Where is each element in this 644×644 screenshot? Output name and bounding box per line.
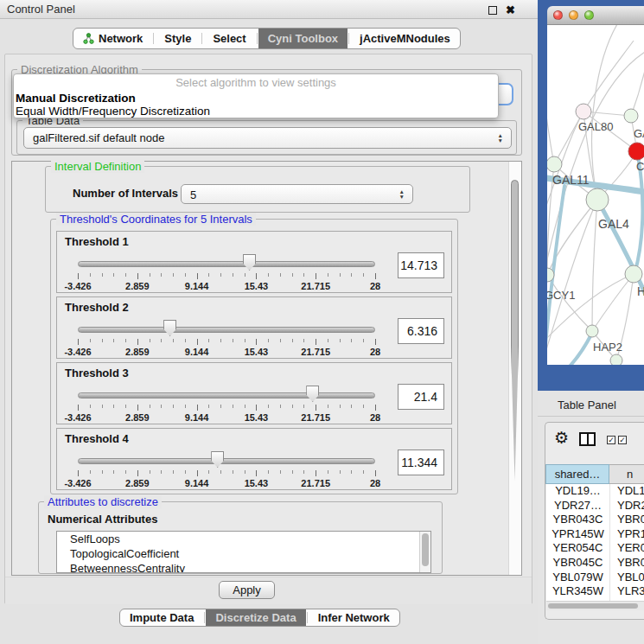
network-node[interactable] <box>576 104 591 119</box>
slider-track[interactable] <box>78 392 375 399</box>
table-cell-name[interactable]: YER054C <box>610 541 644 556</box>
table-cell-shared-name[interactable]: YDL19… <box>546 484 610 499</box>
tab-select[interactable]: Select <box>203 29 255 48</box>
column-header-name[interactable]: n <box>609 464 644 484</box>
minor-tick <box>173 273 174 277</box>
float-window-icon[interactable] <box>488 6 497 15</box>
tab-discretize-data[interactable]: Discretize Data <box>206 609 305 626</box>
slider-thumb[interactable] <box>211 451 224 468</box>
network-node[interactable] <box>624 109 638 123</box>
numerical-attributes-list[interactable]: SelfLoopsTopologicalCoefficientBetweenne… <box>56 531 431 573</box>
table-row[interactable]: YDL19…YDL19… <box>546 484 644 499</box>
threshold-slider[interactable]: -3.4262.8599.14415.4321.71528 <box>78 451 375 489</box>
attributes-scrollbar-thumb[interactable] <box>422 533 429 566</box>
minor-tick <box>173 405 174 408</box>
dropdown-option[interactable]: Manual Discretization <box>14 92 498 105</box>
algorithm-placeholder-option[interactable]: Select algorithm to view settings <box>14 74 498 92</box>
network-node[interactable] <box>628 143 644 160</box>
network-node[interactable] <box>586 188 609 211</box>
network-edge-thick[interactable] <box>547 333 592 365</box>
threshold-value-field[interactable]: 14.713 <box>398 252 444 278</box>
slider-track[interactable] <box>78 458 375 464</box>
table-row[interactable]: YER054CYER054C <box>546 541 644 556</box>
table-row[interactable]: YBR043CYBR043C <box>546 513 644 527</box>
table-cell-shared-name[interactable]: YPR145W <box>546 527 610 542</box>
threshold-slider[interactable]: -3.4262.8599.14415.4321.71528 <box>78 320 375 358</box>
table-cell-shared-name[interactable]: YBR045C <box>546 556 610 571</box>
threshold-value-field[interactable]: 11.344 <box>398 450 444 475</box>
slider-thumb[interactable] <box>306 386 319 402</box>
table-toolbar: ⚙ ✓ ✓ <box>545 423 644 464</box>
table-row[interactable]: YPR145WYPR145W <box>546 527 644 542</box>
vertical-scrollbar[interactable] <box>508 162 521 575</box>
network-edge[interactable] <box>583 41 634 112</box>
minor-tick <box>220 273 221 277</box>
attributes-scrollbar[interactable] <box>419 532 430 572</box>
checkbox-icon[interactable]: ✓ <box>618 436 627 444</box>
table-cell-name[interactable]: YBR045C <box>610 556 644 571</box>
network-node[interactable] <box>625 265 642 283</box>
tab-cyni-toolbox[interactable]: Cyni Toolbox <box>258 29 348 48</box>
close-icon[interactable]: ✖ <box>506 2 515 18</box>
table-cell-shared-name[interactable]: YBR043C <box>546 513 610 527</box>
dropdown-option[interactable]: Equal Width/Frequency Discretization <box>14 105 498 118</box>
tab-style[interactable]: Style <box>155 29 201 48</box>
tab-infer-network[interactable]: Infer Network <box>309 609 399 626</box>
table-cell-name[interactable]: YBR043C <box>610 513 644 527</box>
network-window-titlebar[interactable] <box>547 6 644 25</box>
table-row[interactable]: YBR045CYBR045C <box>546 556 644 571</box>
attribute-list-item[interactable]: BetweennessCentrality <box>57 561 430 573</box>
table-cell-shared-name[interactable]: YDR27… <box>546 499 610 513</box>
split-columns-icon[interactable] <box>579 432 596 446</box>
tab-impute-data[interactable]: Impute Data <box>120 609 203 626</box>
network-edge[interactable] <box>547 98 554 164</box>
network-node[interactable] <box>547 156 562 172</box>
threshold-value-field[interactable]: 6.316 <box>398 318 444 344</box>
horizontal-scrollbar-thumb[interactable] <box>548 603 638 609</box>
table-cell-name[interactable]: YLR345W <box>610 584 644 599</box>
horizontal-scrollbar[interactable] <box>546 601 644 610</box>
checkbox-icon[interactable]: ✓ <box>607 436 615 444</box>
mac-minimize-button[interactable] <box>569 10 578 20</box>
table-cell-name[interactable]: YDL19… <box>610 484 644 499</box>
table-cell-shared-name[interactable]: YLR345W <box>546 584 610 599</box>
vertical-scrollbar-thumb[interactable] <box>511 180 519 481</box>
minor-tick <box>173 339 174 342</box>
number-of-intervals-select[interactable]: 5 ▲▼ <box>181 184 413 204</box>
tab-network[interactable]: Network <box>73 29 152 48</box>
attribute-list-item[interactable]: TopologicalCoefficient <box>57 546 430 561</box>
attribute-list-item[interactable]: SelfLoops <box>57 532 430 546</box>
network-canvas[interactable]: GAL80GACGAL11GAL4GCY1HHAP2 <box>547 25 644 365</box>
minor-tick <box>150 273 150 277</box>
table-row[interactable]: YLR345WYLR345W <box>546 584 644 599</box>
table-row[interactable]: YBL079WYBL079W <box>546 571 644 585</box>
mac-zoom-button[interactable] <box>584 10 594 20</box>
network-node[interactable] <box>586 325 598 337</box>
table-cell-name[interactable]: YPR145W <box>610 527 644 542</box>
network-edge[interactable] <box>592 274 634 331</box>
slider-thumb[interactable] <box>243 254 256 271</box>
major-tick <box>256 470 257 476</box>
column-header-shared-name[interactable]: shared… <box>545 464 609 484</box>
slider-track[interactable] <box>78 261 375 267</box>
tab-jactivemnodules[interactable]: jActiveMNodules <box>350 29 460 48</box>
mac-close-button[interactable] <box>553 10 563 20</box>
table-cell-shared-name[interactable]: YER054C <box>546 541 610 556</box>
threshold-value-field[interactable]: 21.4 <box>398 384 444 410</box>
gear-icon[interactable]: ⚙ <box>554 429 569 448</box>
table-cell-shared-name[interactable]: YBL079W <box>546 571 610 585</box>
table-row[interactable]: YDR27…YDR27… <box>546 499 644 513</box>
network-edge[interactable] <box>592 200 597 331</box>
tick-label: 28 <box>356 281 394 291</box>
table-cell-name[interactable]: YBL079W <box>610 571 644 585</box>
major-tick <box>316 470 316 476</box>
slider-thumb[interactable] <box>163 320 176 336</box>
network-node[interactable] <box>610 354 622 365</box>
table-data-select[interactable]: galFiltered.sif default node ▲▼ <box>23 127 512 149</box>
threshold-slider[interactable]: -3.4262.8599.14415.4321.71528 <box>78 386 375 424</box>
slider-track[interactable] <box>78 327 375 333</box>
tab-separator <box>307 612 308 623</box>
table-cell-name[interactable]: YDR27… <box>610 499 644 513</box>
apply-button[interactable]: Apply <box>219 581 275 599</box>
threshold-slider[interactable]: -3.4262.8599.14415.4321.71528 <box>78 254 375 292</box>
